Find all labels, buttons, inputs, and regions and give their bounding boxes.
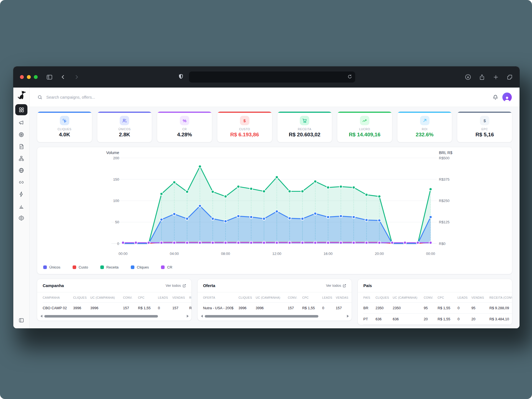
campanha-hscrollbar[interactable]: [37, 313, 191, 321]
svg-text:0: 0: [117, 242, 119, 246]
sidebar-item-links[interactable]: [15, 178, 27, 187]
legend-item-receita[interactable]: Receita: [100, 265, 119, 269]
column-header: LEADS: [322, 292, 336, 303]
column-header: LEADS: [457, 292, 471, 303]
svg-text:R$250: R$250: [439, 199, 449, 203]
stat-card-epc: $ EPC R$ 5,16: [457, 111, 512, 142]
stat-cards-row: CLIQUES 4.0K ÚNICOS 2.8K % CR 4.28% $ CU…: [37, 111, 512, 142]
svg-text:12:00: 12:00: [272, 252, 282, 256]
sidebar-item-funnels[interactable]: [15, 154, 27, 163]
table-cell: R$: [189, 303, 191, 314]
flow-icon: [18, 155, 24, 162]
share-icon[interactable]: [479, 74, 485, 80]
stat-label: CUSTO: [239, 127, 250, 131]
campanha-ver-todos-link[interactable]: Ver todos: [166, 283, 186, 288]
table-cell: R$ 1,55: [438, 314, 457, 325]
stat-card--nicos: ÚNICOS 2.8K: [97, 111, 152, 142]
scroll-right-arrow[interactable]: [187, 315, 189, 318]
legend-item-únicos[interactable]: Únicos: [43, 265, 60, 269]
svg-text:R$0: R$0: [439, 242, 446, 246]
dashboard-main: CLIQUES 4.0K ÚNICOS 2.8K % CR 4.28% $ CU…: [30, 107, 520, 328]
sidebar-collapse-icon[interactable]: [18, 317, 24, 324]
app-sidebar: [13, 88, 30, 328]
legend-item-cliques[interactable]: Cliques: [131, 265, 149, 269]
scroll-left-arrow[interactable]: [40, 315, 42, 318]
stat-label: CR: [182, 127, 187, 131]
scroll-thumb[interactable]: [44, 315, 158, 318]
stat-icon-badge: [420, 116, 429, 125]
legend-item-custo[interactable]: Custo: [73, 265, 88, 269]
lightning-icon: [18, 191, 24, 197]
table-row: Nutra - USA - 200$39963996157R$ 1,550157: [203, 303, 352, 314]
svg-text:Volume: Volume: [106, 151, 119, 155]
stat-value: R$ 14.409,16: [349, 132, 380, 138]
sidebar-item-automation[interactable]: [15, 190, 27, 199]
svg-text:04:00: 04:00: [170, 252, 179, 256]
downloads-icon[interactable]: [465, 74, 471, 80]
pais-card: País PAÍSCLIQUESUC (CAMPANHA)CONV.CPCLEA…: [357, 279, 512, 325]
scroll-thumb[interactable]: [205, 315, 318, 318]
scroll-left-arrow[interactable]: [201, 315, 203, 318]
column-header: CONV.: [288, 292, 302, 303]
back-icon[interactable]: [60, 74, 66, 80]
sidebar-toggle-icon[interactable]: [46, 74, 53, 81]
tab-overview-icon[interactable]: [507, 74, 513, 80]
oferta-title: Oferta: [203, 283, 215, 288]
svg-text:R$500: R$500: [439, 156, 449, 160]
stat-value: R$ 5,16: [475, 132, 494, 138]
table-cell: 3996: [73, 303, 90, 314]
reload-icon[interactable]: [347, 74, 352, 80]
stat-icon-badge: %: [180, 116, 189, 125]
cursor-click-icon: [62, 118, 67, 123]
traffic-chart: 0R$050R$125100R$250150R$375200R$500Volum…: [43, 151, 507, 261]
column-header: CONV.: [424, 292, 438, 303]
sidebar-item-campaigns[interactable]: [15, 118, 27, 127]
table-cell: 0: [158, 303, 172, 314]
oferta-ver-todos-link[interactable]: Ver todos: [326, 283, 346, 288]
legend-label: Custo: [79, 265, 88, 269]
table-row: PT63663620R$ 1,55020R$ 3.484,10: [363, 314, 512, 325]
sidebar-item-landing-pages[interactable]: [15, 142, 27, 151]
privacy-shield-icon[interactable]: [178, 73, 184, 81]
table-cell: 3996: [256, 303, 288, 314]
sidebar-item-offers[interactable]: [15, 130, 27, 139]
table-cell: Nutra - USA - 200$: [203, 303, 239, 314]
svg-text:200: 200: [113, 156, 119, 160]
svg-text:BRL R$: BRL R$: [439, 151, 452, 155]
table-cell: 636: [375, 314, 393, 325]
legend-label: Únicos: [49, 265, 60, 269]
url-address-field[interactable]: [189, 71, 355, 83]
notifications-bell-icon[interactable]: [492, 94, 498, 100]
sidebar-item-dashboard[interactable]: [15, 104, 27, 115]
card-accent-bar: [277, 112, 332, 113]
column-header: RECEITA: [189, 292, 191, 303]
browser-window: CLIQUES 4.0K ÚNICOS 2.8K % CR 4.28% $ CU…: [13, 66, 520, 328]
column-header: VENDAS: [336, 292, 352, 303]
column-header: UC (CAMPANHA): [256, 292, 288, 303]
legend-label: Cliques: [137, 265, 149, 269]
user-avatar[interactable]: [502, 93, 512, 102]
svg-text:16:00: 16:00: [324, 252, 333, 256]
legend-swatch: [43, 265, 47, 269]
search-input[interactable]: [46, 95, 488, 99]
new-tab-icon[interactable]: [493, 74, 499, 80]
dog-logo: [17, 90, 26, 100]
table-row: CBO CAMP 0239963996157R$ 1,550157R$: [43, 303, 191, 314]
legend-label: CR: [167, 265, 172, 269]
legend-item-cr[interactable]: CR: [161, 265, 172, 269]
column-header: CLIQUES: [239, 292, 256, 303]
table-cell: 2350: [393, 303, 424, 314]
sidebar-item-domains[interactable]: [15, 166, 27, 175]
dollar-icon: $: [244, 118, 246, 123]
sidebar-item-reports[interactable]: [15, 202, 27, 211]
scroll-right-arrow[interactable]: [347, 315, 349, 318]
stat-label: ÚNICOS: [118, 127, 131, 131]
column-header: CLIQUES: [73, 292, 90, 303]
forward-icon[interactable]: [73, 74, 80, 80]
dollar-icon: $: [484, 118, 486, 123]
table-cell: 0: [322, 303, 336, 314]
column-header: CPC: [138, 292, 158, 303]
card-accent-bar: [337, 112, 392, 113]
oferta-hscrollbar[interactable]: [198, 313, 352, 321]
sidebar-item-settings[interactable]: [15, 214, 27, 222]
